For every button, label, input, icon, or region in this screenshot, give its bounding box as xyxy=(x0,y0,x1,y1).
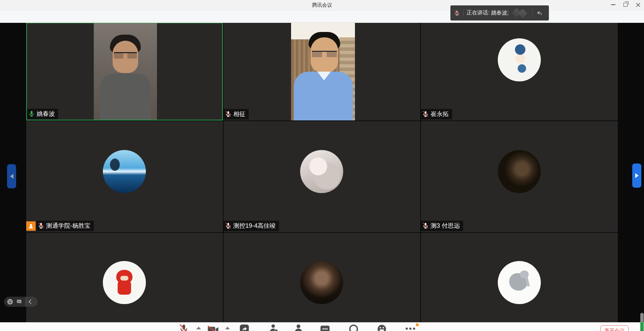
avatar xyxy=(498,261,541,304)
avatar xyxy=(498,38,541,81)
reaction-pill xyxy=(4,297,38,307)
microphone-muted-button[interactable] xyxy=(179,323,189,331)
divider xyxy=(532,9,533,17)
video-feed xyxy=(94,23,157,120)
video-grid: 姚春波 相征 xyxy=(0,23,644,331)
active-speaker-banner: 正在讲话: 姚春波; xyxy=(450,5,549,21)
participant-tile[interactable]: 测3 付思远 xyxy=(421,121,618,232)
participant-tile[interactable]: 姚春波 xyxy=(26,23,223,120)
camera-options-chevron[interactable] xyxy=(225,327,230,329)
participant-name-label: 测3 付思远 xyxy=(421,221,463,231)
meeting-logo-watermark xyxy=(512,8,529,18)
mic-muted-icon xyxy=(225,222,232,229)
divider xyxy=(463,9,464,17)
notification-dot xyxy=(416,323,419,326)
mic-muted-icon xyxy=(225,111,232,117)
divider xyxy=(26,299,27,304)
participants-button[interactable] xyxy=(293,324,304,331)
share-screen-button[interactable] xyxy=(239,324,250,331)
avatar xyxy=(103,261,146,304)
more-button[interactable] xyxy=(405,327,416,331)
mic-muted-icon xyxy=(422,111,429,117)
mic-muted-icon xyxy=(38,222,44,229)
manage-members-button[interactable] xyxy=(269,324,279,331)
next-page-arrow[interactable] xyxy=(632,163,641,188)
avatar xyxy=(300,150,343,193)
mic-options-chevron[interactable] xyxy=(196,327,201,329)
collapse-chevron-icon[interactable] xyxy=(29,299,33,304)
participant-name-label: 姚春波 xyxy=(27,109,58,119)
reactions-button[interactable] xyxy=(377,324,387,331)
participant-name-label: 相征 xyxy=(224,109,249,119)
participant-name-label: 测通学院-杨胜宝 xyxy=(36,221,94,231)
mic-muted-icon xyxy=(422,222,429,229)
leave-meeting-button[interactable]: 离开会议 xyxy=(600,325,629,331)
restore-banner-arrow-icon[interactable] xyxy=(536,10,542,16)
chat-button[interactable] xyxy=(320,324,330,331)
participant-name-label: 崔永拓 xyxy=(421,109,452,119)
video-feed xyxy=(291,23,355,120)
participant-tile[interactable] xyxy=(224,233,420,331)
participant-tile[interactable]: 测通学院-杨胜宝 xyxy=(26,121,223,232)
close-icon xyxy=(636,3,640,7)
avatar xyxy=(498,150,541,193)
minimize-button[interactable] xyxy=(608,1,618,9)
previous-page-arrow[interactable] xyxy=(7,164,16,188)
avatar xyxy=(103,150,146,193)
participant-tile[interactable]: 相征 xyxy=(224,23,420,120)
avatar xyxy=(300,261,343,304)
participant-name-label: 测控19-4高佳竣 xyxy=(224,221,279,231)
restore-button[interactable] xyxy=(621,1,630,9)
scroll-meter xyxy=(640,313,644,331)
bottom-toolbar: 离开会议 xyxy=(0,322,644,331)
muted-mic-icon xyxy=(454,10,460,16)
close-button[interactable] xyxy=(633,1,643,9)
emoji-smiley-icon[interactable] xyxy=(7,298,13,305)
participant-tile[interactable] xyxy=(421,233,618,331)
record-button[interactable] xyxy=(349,324,359,331)
minimize-icon xyxy=(611,4,615,5)
participant-tile[interactable] xyxy=(26,233,223,331)
host-badge-icon xyxy=(26,221,36,231)
speaking-text: 正在讲话: 姚春波; xyxy=(467,9,509,16)
mic-on-icon xyxy=(28,110,35,117)
participant-tile[interactable]: 测控19-4高佳竣 xyxy=(224,121,420,232)
camera-off-button[interactable] xyxy=(207,325,219,331)
participant-tile[interactable]: 崔永拓 xyxy=(421,23,618,120)
chat-bubble-icon[interactable] xyxy=(16,299,22,305)
chevron-left-icon xyxy=(10,174,13,179)
chevron-right-icon xyxy=(635,173,639,178)
restore-icon xyxy=(623,3,628,7)
